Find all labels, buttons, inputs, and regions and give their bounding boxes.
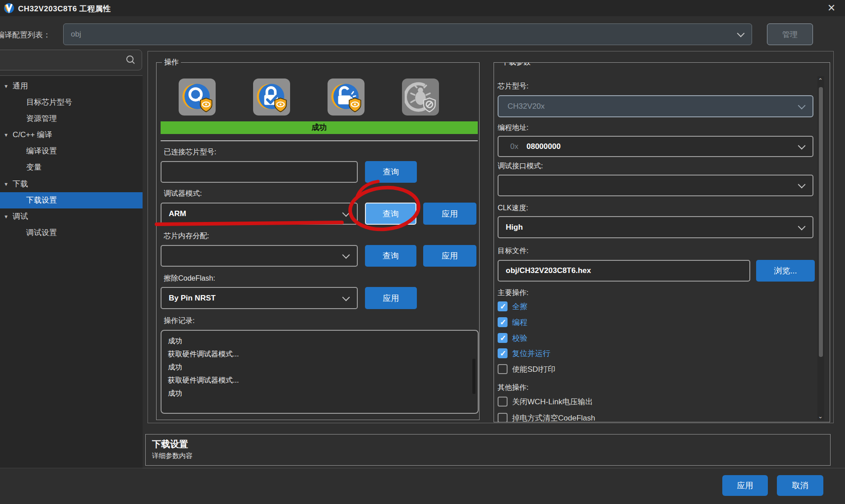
window-title: CH32V203C8T6 工程属性 bbox=[18, 4, 111, 14]
sidebar-item-debug[interactable]: ▼调试 bbox=[0, 208, 143, 225]
footer-title: 下载设置 bbox=[152, 438, 188, 450]
hex-prefix: 0x bbox=[510, 142, 518, 151]
memory-alloc-dropdown[interactable] bbox=[161, 245, 358, 267]
query-chip-protect-button[interactable] bbox=[179, 79, 216, 116]
sidebar-item-target-chip[interactable]: 目标芯片型号 bbox=[0, 94, 143, 111]
log-line: 成功 bbox=[168, 387, 471, 400]
scrollbar-thumb[interactable] bbox=[819, 87, 823, 357]
expand-arrow-icon[interactable]: ▼ bbox=[4, 208, 9, 225]
scroll-up-icon[interactable]: ⌃ bbox=[818, 78, 823, 83]
memory-alloc-label: 芯片内存分配: bbox=[164, 231, 209, 241]
expand-arrow-icon[interactable]: ▼ bbox=[4, 78, 9, 94]
download-params-group-title: 下载参数 bbox=[499, 62, 533, 67]
footer-info-box: 下载设置 详细参数内容 bbox=[145, 434, 831, 466]
status-banner: 成功 bbox=[161, 121, 478, 134]
chevron-down-icon bbox=[798, 181, 806, 189]
chevron-down-icon bbox=[798, 142, 806, 149]
checkbox-icon[interactable] bbox=[498, 301, 508, 311]
operations-group-title: 操作 bbox=[162, 58, 181, 67]
chip-model-dropdown: CH32V20x bbox=[498, 95, 813, 117]
sidebar-item-debug-settings[interactable]: 调试设置 bbox=[0, 225, 143, 241]
target-file-label: 目标文件: bbox=[498, 246, 528, 256]
operation-log[interactable]: 成功 获取硬件调试器模式... 成功 获取硬件调试器模式... 成功 bbox=[161, 330, 479, 414]
connected-chip-label: 已连接芯片型号: bbox=[164, 148, 216, 157]
sidebar-item-resource-mgmt[interactable]: 资源管理 bbox=[0, 111, 143, 127]
log-line: 获取硬件调试器模式... bbox=[168, 374, 471, 387]
chevron-down-icon bbox=[798, 222, 806, 230]
checkbox-icon[interactable] bbox=[498, 317, 508, 327]
checkbox-icon[interactable] bbox=[498, 364, 508, 374]
chip-model-label: 芯片型号: bbox=[498, 82, 528, 91]
primary-ops-label: 主要操作: bbox=[498, 288, 528, 298]
manage-button[interactable]: 管理 bbox=[767, 23, 813, 45]
disable-read-protect-button[interactable] bbox=[328, 79, 365, 116]
build-config-label: 编译配置列表： bbox=[0, 30, 51, 40]
debug-interface-label: 调试接口模式: bbox=[498, 162, 543, 171]
search-icon bbox=[126, 55, 136, 65]
chevron-down-icon bbox=[342, 251, 350, 259]
erase-codeflash-dropdown[interactable]: By Pin NRST bbox=[161, 287, 358, 309]
checkbox-icon[interactable] bbox=[498, 333, 508, 343]
sidebar-item-download[interactable]: ▼下载 bbox=[0, 176, 143, 192]
chevron-down-icon bbox=[798, 102, 806, 109]
log-line: 成功 bbox=[168, 361, 471, 374]
sidebar-item-general[interactable]: ▼通用 bbox=[0, 78, 143, 94]
query-debugger-mode-button[interactable]: 查询 bbox=[365, 203, 416, 225]
title-bar: CH32V203C8T6 工程属性 ✕ bbox=[0, 0, 845, 16]
apply-memory-alloc-button[interactable]: 应用 bbox=[423, 245, 476, 267]
sidebar-item-variables[interactable]: 变量 bbox=[0, 159, 143, 176]
scroll-down-icon[interactable]: ⌄ bbox=[818, 414, 823, 419]
sidebar-item-download-settings[interactable]: 下载设置 bbox=[0, 192, 143, 208]
app-logo-icon bbox=[4, 3, 14, 14]
apply-erase-codeflash-button[interactable]: 应用 bbox=[365, 287, 417, 309]
download-params-scrollbar[interactable]: ⌃ ⌄ bbox=[817, 76, 824, 420]
disable-read-protect-icon bbox=[330, 81, 362, 113]
clk-speed-dropdown[interactable]: High bbox=[498, 216, 813, 238]
build-config-dropdown[interactable]: obj bbox=[63, 23, 752, 45]
program-address-dropdown[interactable]: 0x 08000000 bbox=[498, 136, 813, 157]
checkbox-icon[interactable] bbox=[498, 348, 508, 358]
no-debug-icon bbox=[405, 81, 436, 113]
cancel-button[interactable]: 取消 bbox=[777, 475, 823, 496]
enable-read-protect-icon bbox=[256, 81, 287, 113]
apply-button[interactable]: 应用 bbox=[722, 475, 768, 496]
query-memory-alloc-button[interactable]: 查询 bbox=[365, 245, 416, 267]
debugger-mode-dropdown[interactable]: ARM bbox=[161, 203, 358, 225]
chevron-down-icon bbox=[342, 293, 350, 301]
program-address-label: 编程地址: bbox=[498, 123, 528, 133]
connected-chip-input[interactable] bbox=[161, 161, 358, 183]
debugger-mode-label: 调试器模式: bbox=[164, 189, 202, 199]
expand-arrow-icon[interactable]: ▼ bbox=[4, 176, 9, 192]
query-chip-protect-icon bbox=[181, 81, 213, 113]
checkbox-icon[interactable] bbox=[498, 413, 508, 422]
sidebar-item-cpp-compile[interactable]: ▼C/C++ 编译 bbox=[0, 127, 143, 143]
expand-arrow-icon[interactable]: ▼ bbox=[4, 127, 9, 143]
sidebar-search-input[interactable] bbox=[0, 50, 142, 70]
log-line: 获取硬件调试器模式... bbox=[168, 347, 471, 361]
enable-read-protect-button[interactable] bbox=[253, 79, 290, 116]
settings-tree: ▼通用 目标芯片型号 资源管理 ▼C/C++ 编译 编译设置 变量 ▼下载 下载… bbox=[0, 75, 143, 469]
other-ops-label: 其他操作: bbox=[498, 383, 528, 393]
divider bbox=[161, 140, 478, 141]
operation-log-label: 操作记录: bbox=[164, 316, 194, 326]
browse-button[interactable]: 浏览... bbox=[756, 260, 815, 282]
close-icon[interactable]: ✕ bbox=[824, 1, 839, 15]
apply-debugger-mode-button[interactable]: 应用 bbox=[423, 203, 476, 225]
erase-codeflash-label: 擦除CodeFlash: bbox=[164, 274, 215, 283]
operations-group: 操作 bbox=[156, 62, 480, 420]
footer-subtitle: 详细参数内容 bbox=[152, 452, 193, 460]
footer-button-bar: 应用 取消 bbox=[0, 468, 845, 504]
project-properties-dialog: CH32V203C8T6 工程属性 ✕ 编译配置列表： obj 管理 ▼通用 目… bbox=[0, 0, 845, 504]
download-params-group: 下载参数 芯片型号: CH32V20x 编程地址: 0x 08000000 调试… bbox=[494, 62, 830, 422]
query-connected-chip-button[interactable]: 查询 bbox=[365, 161, 417, 183]
log-scrollbar-thumb[interactable] bbox=[472, 359, 476, 394]
no-debug-protect-button-disabled bbox=[402, 79, 439, 116]
target-file-input[interactable]: obj/CH32V203C8T6.hex bbox=[498, 260, 750, 282]
log-line: 成功 bbox=[168, 334, 471, 347]
debug-interface-dropdown[interactable] bbox=[498, 175, 813, 196]
build-config-value: obj bbox=[71, 30, 81, 39]
sidebar-item-compile-settings[interactable]: 编译设置 bbox=[0, 143, 143, 159]
chevron-down-icon bbox=[737, 30, 745, 37]
checkbox-icon[interactable] bbox=[498, 397, 508, 407]
clk-speed-label: CLK速度: bbox=[498, 203, 528, 213]
